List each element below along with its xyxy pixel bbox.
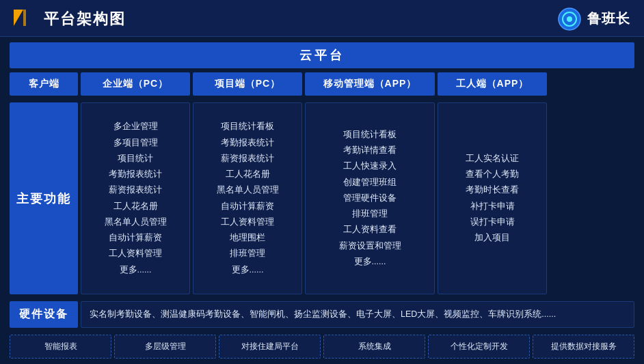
list-item: 工人资料管理 [221, 215, 274, 229]
hardware-content: 实名制考勤设备、测温健康码考勤设备、智能闸机、扬尘监测设备、电子大屏、LED大屏… [81, 301, 634, 328]
list-item: 查看个人考勤 [466, 167, 519, 182]
enterprise-features: 多企业管理多项目管理项目统计考勤报表统计薪资报表统计工人花名册黑名单人员管理自动… [81, 102, 190, 294]
bottom-features-row: 智能报表多层级管理对接住建局平台系统集成个性化定制开发提供数据对接服务 [10, 335, 634, 359]
list-item: 地理围栏 [230, 231, 265, 245]
svg-point-4 [567, 16, 572, 22]
list-item: 考勤详情查看 [343, 143, 397, 158]
svg-marker-0 [14, 10, 23, 26]
project-features: 项目统计看板考勤报表统计薪资报表统计工人花名册黑名单人员管理自动计算薪资工人资料… [193, 102, 302, 294]
header-left: 平台架构图 [11, 7, 126, 31]
bottom-feature-item: 个性化定制开发 [428, 335, 530, 359]
worker-features: 工人实名认证查看个人考勤考勤时长查看补打卡申请误打卡申请加入项目 [438, 102, 547, 294]
list-item: 考勤报表统计 [109, 167, 162, 182]
list-item: 自动计算薪资 [221, 199, 274, 214]
list-item: 创建管理班组 [343, 176, 397, 190]
list-item: 项目统计看板 [343, 128, 397, 142]
main-func-label: 主要功能 [10, 102, 78, 294]
col-enterprise: 企业端（PC） [81, 72, 190, 96]
list-item: 误打卡申请 [470, 215, 515, 229]
list-item: 考勤报表统计 [221, 136, 274, 150]
list-item: 项目统计 [118, 152, 153, 166]
list-item: 管理硬件设备 [343, 191, 397, 206]
list-item: 工人实名认证 [466, 152, 519, 166]
list-item: 工人资料查看 [343, 223, 397, 237]
list-item: 多项目管理 [113, 136, 158, 150]
logo-icon [11, 7, 36, 31]
list-item: 更多...... [232, 263, 264, 277]
list-item: 自动计算薪资 [109, 231, 162, 245]
list-item: 工人花名册 [113, 199, 158, 214]
list-item: 排班管理 [352, 207, 388, 221]
list-item: 补打卡申请 [470, 199, 515, 214]
list-item: 多企业管理 [113, 120, 158, 134]
bottom-feature-item: 对接住建局平台 [219, 335, 321, 359]
header: 平台架构图 鲁班长 [0, 0, 644, 37]
list-item: 薪资报表统计 [109, 183, 162, 197]
list-item: 薪资报表统计 [221, 152, 274, 166]
col-client: 客户端 [10, 72, 78, 96]
main-content: 云平台 客户端 企业端（PC） 项目端（PC） 移动管理端（APP） 工人端（A… [0, 37, 644, 364]
column-headers: 客户端 企业端（PC） 项目端（PC） 移动管理端（APP） 工人端（APP） [10, 72, 634, 96]
bottom-feature-item: 智能报表 [10, 335, 111, 359]
cloud-platform-bar: 云平台 [10, 42, 634, 68]
mobile-features: 项目统计看板考勤详情查看工人快速录入创建管理班组管理硬件设备排班管理工人资料查看… [305, 102, 435, 294]
bottom-feature-item: 系统集成 [323, 335, 425, 359]
list-item: 工人资料管理 [109, 247, 162, 261]
col-worker: 工人端（APP） [438, 72, 547, 96]
list-item: 薪资设置和管理 [339, 239, 401, 253]
brand-icon [557, 7, 582, 31]
col-project: 项目端（PC） [193, 72, 302, 96]
list-item: 项目统计看板 [221, 120, 274, 134]
hardware-label: 硬件设备 [10, 301, 78, 328]
list-item: 更多...... [354, 255, 386, 269]
list-item: 工人花名册 [226, 167, 270, 182]
col-mobile: 移动管理端（APP） [305, 72, 435, 96]
list-item: 考勤时长查看 [466, 183, 519, 197]
list-item: 加入项目 [474, 231, 510, 245]
main-features-row: 主要功能 多企业管理多项目管理项目统计考勤报表统计薪资报表统计工人花名册黑名单人… [10, 102, 634, 294]
page-title: 平台架构图 [44, 9, 126, 29]
brand-area: 鲁班长 [557, 7, 630, 31]
brand-name: 鲁班长 [587, 10, 630, 28]
list-item: 更多...... [120, 263, 152, 277]
bottom-feature-item: 提供数据对接服务 [533, 335, 634, 359]
list-item: 黑名单人员管理 [105, 215, 167, 229]
svg-marker-1 [23, 10, 26, 26]
list-item: 工人快速录入 [343, 159, 397, 173]
list-item: 排班管理 [230, 247, 265, 261]
bottom-feature-item: 多层级管理 [114, 335, 216, 359]
hardware-row: 硬件设备 实名制考勤设备、测温健康码考勤设备、智能闸机、扬尘监测设备、电子大屏、… [10, 301, 634, 328]
list-item: 黑名单人员管理 [217, 183, 279, 197]
